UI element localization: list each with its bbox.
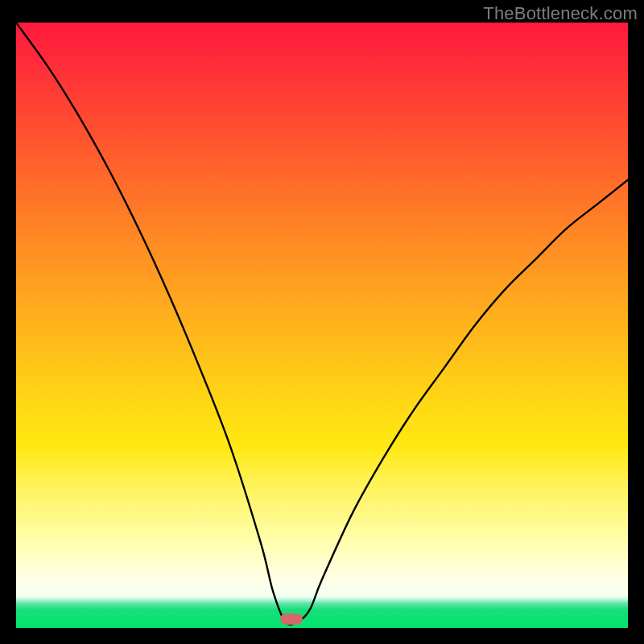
- bottleneck-curve: [16, 23, 628, 625]
- curve-layer: [16, 23, 628, 628]
- watermark-text: TheBottleneck.com: [483, 3, 638, 24]
- chart-frame: TheBottleneck.com: [0, 0, 644, 644]
- min-marker: [280, 613, 303, 625]
- plot-area: [16, 23, 628, 628]
